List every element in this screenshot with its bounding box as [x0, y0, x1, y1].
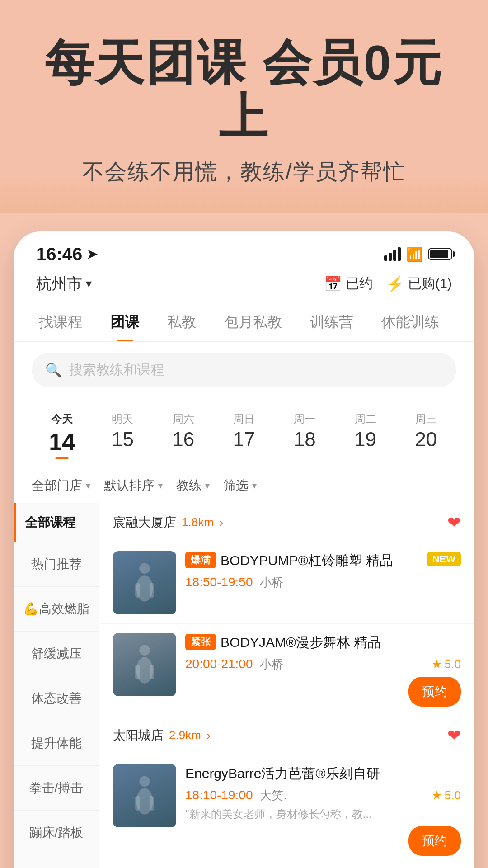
- filter-label: 筛选: [223, 477, 249, 494]
- hero-subtitle: 不会练不用慌，教练/学员齐帮忙: [27, 157, 461, 186]
- store-header-0: 宸融大厦店 1.8km › ❤: [99, 503, 474, 542]
- store-arrow-icon: ›: [206, 728, 211, 743]
- signal-strength-icon: [384, 247, 401, 261]
- course-coach-0-0: 小桥: [260, 575, 283, 590]
- svg-rect-2: [135, 583, 140, 598]
- main-content: 全部课程 热门推荐💪高效燃脂舒缓减压体态改善提升体能拳击/搏击蹦床/踏板杠铃舞蹈…: [14, 503, 474, 868]
- category-tabs: 找课程团课私教包月私教训练营体能训练: [14, 303, 474, 342]
- star-icon: ★: [432, 657, 442, 671]
- tab-包月私教[interactable]: 包月私教: [212, 303, 294, 341]
- top-nav: 杭州市 ▾ 📅 已约 ⚡ 已购(1): [14, 269, 474, 303]
- purchased-button[interactable]: ⚡ 已购(1): [386, 274, 452, 293]
- filter-0[interactable]: 全部门店▾: [32, 477, 90, 494]
- chevron-down-icon: ▾: [205, 480, 210, 491]
- navigation-icon: ➤: [87, 247, 97, 262]
- filter-label: 教练: [176, 477, 202, 494]
- svg-rect-11: [150, 796, 154, 811]
- favorite-icon-1[interactable]: ❤: [447, 726, 461, 745]
- date-item-14[interactable]: 今天14: [32, 407, 92, 463]
- svg-point-8: [139, 776, 150, 786]
- course-name-1-0: EnergyBarre活力芭蕾®乐刻自研: [185, 764, 380, 783]
- store-info-0[interactable]: 宸融大厦店 1.8km ›: [113, 514, 223, 531]
- date-item-15[interactable]: 明天15: [92, 407, 153, 463]
- sidebar-item-2[interactable]: 舒缓减压: [14, 632, 99, 676]
- hero-section: 每天团课 会员0元上 不会练不用慌，教练/学员齐帮忙: [0, 0, 488, 213]
- course-badge-0-0: 爆满: [185, 552, 216, 568]
- sidebar-item-5[interactable]: 拳击/搏击: [14, 766, 99, 811]
- location-selector[interactable]: 杭州市 ▾: [36, 274, 92, 294]
- svg-point-0: [139, 563, 150, 573]
- tab-训练营[interactable]: 训练营: [298, 303, 365, 341]
- hero-title: 每天团课 会员0元上: [27, 36, 461, 144]
- course-thumb-1-0: [113, 764, 176, 827]
- chevron-down-icon: ▾: [86, 480, 90, 491]
- filter-1[interactable]: 默认排序▾: [104, 477, 163, 494]
- phone-frame: 16:46 ➤ 📶 杭州市 ▾ 📅 已约: [14, 231, 474, 868]
- status-icons: 📶: [384, 246, 452, 262]
- course-list: 宸融大厦店 1.8km › ❤ 爆满BODYPUMP®杠铃雕塑 精品NEW 18…: [99, 503, 474, 868]
- favorite-icon-0[interactable]: ❤: [447, 513, 461, 532]
- top-nav-actions: 📅 已约 ⚡ 已购(1): [324, 274, 452, 293]
- sidebar: 全部课程 热门推荐💪高效燃脂舒缓减压体态改善提升体能拳击/搏击蹦床/踏板杠铃舞蹈…: [14, 503, 99, 868]
- course-action-btn-1-0[interactable]: 预约: [408, 826, 461, 856]
- course-action-btn-0-1[interactable]: 预约: [408, 677, 461, 707]
- tab-团课[interactable]: 团课: [99, 303, 151, 341]
- tab-找课程[interactable]: 找课程: [27, 303, 94, 341]
- sidebar-header-label: 全部课程: [25, 514, 75, 531]
- sidebar-item-6[interactable]: 蹦床/踏板: [14, 811, 99, 855]
- sidebar-header: 全部课程: [14, 503, 99, 542]
- date-item-20[interactable]: 周三20: [396, 407, 456, 463]
- date-item-19[interactable]: 周二19: [335, 407, 395, 463]
- svg-rect-7: [150, 665, 154, 679]
- course-name-0-1: BODYJAM®漫步舞林 精品: [221, 633, 381, 652]
- wifi-icon: 📶: [406, 246, 423, 262]
- store-distance-1: 2.9km: [169, 728, 201, 742]
- store-info-1[interactable]: 太阳城店 2.9km ›: [113, 727, 211, 744]
- course-card-1-0: EnergyBarre活力芭蕾®乐刻自研 18:10-19:00 大笑. ★5.…: [99, 755, 474, 865]
- course-info-0-1: 紧张BODYJAM®漫步舞林 精品 20:00-21:00 小桥 ★5.0预约: [185, 633, 461, 707]
- date-selector: 今天14明天15周六16周日17周一18周二19周三20: [14, 398, 474, 472]
- course-coach-0-1: 小桥: [260, 656, 283, 672]
- sidebar-item-7[interactable]: 杠铃: [14, 855, 99, 868]
- search-bar[interactable]: 🔍 搜索教练和课程: [32, 353, 456, 387]
- star-icon: ★: [432, 788, 442, 802]
- store-name-1: 太阳城店: [113, 727, 164, 744]
- course-card-0-1: 紧张BODYJAM®漫步舞林 精品 20:00-21:00 小桥 ★5.0预约: [99, 624, 474, 716]
- course-rating-1-0: ★5.0: [432, 788, 461, 802]
- store-distance-0: 1.8km: [182, 515, 214, 529]
- course-name-0-0: BODYPUMP®杠铃雕塑 精品: [221, 551, 393, 570]
- date-item-17[interactable]: 周日17: [214, 407, 274, 463]
- course-coach-1-0: 大笑.: [260, 788, 286, 803]
- sidebar-item-3[interactable]: 体态改善: [14, 676, 99, 721]
- date-item-18[interactable]: 周一18: [274, 407, 335, 463]
- svg-rect-3: [150, 583, 154, 598]
- course-card-0-0: 爆满BODYPUMP®杠铃雕塑 精品NEW 18:50-19:50 小桥: [99, 542, 474, 624]
- sidebar-item-1[interactable]: 💪高效燃脂: [14, 587, 99, 632]
- filter-2[interactable]: 教练▾: [176, 477, 210, 494]
- filter-3[interactable]: 筛选▾: [223, 477, 257, 494]
- lightning-icon: ⚡: [386, 275, 404, 292]
- chevron-down-icon: ▾: [86, 277, 92, 291]
- course-time-0-1: 20:00-21:00: [185, 657, 253, 671]
- course-info-0-0: 爆满BODYPUMP®杠铃雕塑 精品NEW 18:50-19:50 小桥: [185, 551, 461, 590]
- course-time-1-0: 18:10-19:00: [185, 788, 253, 802]
- search-placeholder: 搜索教练和课程: [69, 361, 164, 379]
- tab-私教[interactable]: 私教: [155, 303, 208, 341]
- sidebar-item-0[interactable]: 热门推荐: [14, 542, 99, 587]
- status-bar: 16:46 ➤ 📶: [14, 231, 474, 269]
- svg-rect-6: [135, 665, 140, 679]
- store-header-1: 太阳城店 2.9km › ❤: [99, 716, 474, 755]
- svg-rect-10: [135, 796, 140, 811]
- course-time-0-0: 18:50-19:50: [185, 575, 253, 590]
- filter-row: 全部门店▾默认排序▾教练▾筛选▾: [14, 472, 474, 503]
- status-time: 16:46 ➤: [36, 244, 97, 264]
- booked-button[interactable]: 📅 已约: [324, 274, 373, 293]
- course-badge-0-1: 紧张: [185, 634, 216, 650]
- new-badge: NEW: [427, 552, 461, 566]
- tab-体能训练[interactable]: 体能训练: [370, 303, 451, 341]
- course-comment-1-0: "新来的美女老师，身材修长匀称，教...: [185, 807, 461, 821]
- date-item-16[interactable]: 周六16: [153, 407, 214, 463]
- sidebar-item-4[interactable]: 提升体能: [14, 721, 99, 766]
- course-card-1-1: 爆满Jumper燃动蹦床®乐刻自研 19:10-20:00 大笑. ★5.0"第…: [99, 865, 474, 868]
- calendar-check-icon: 📅: [324, 275, 342, 292]
